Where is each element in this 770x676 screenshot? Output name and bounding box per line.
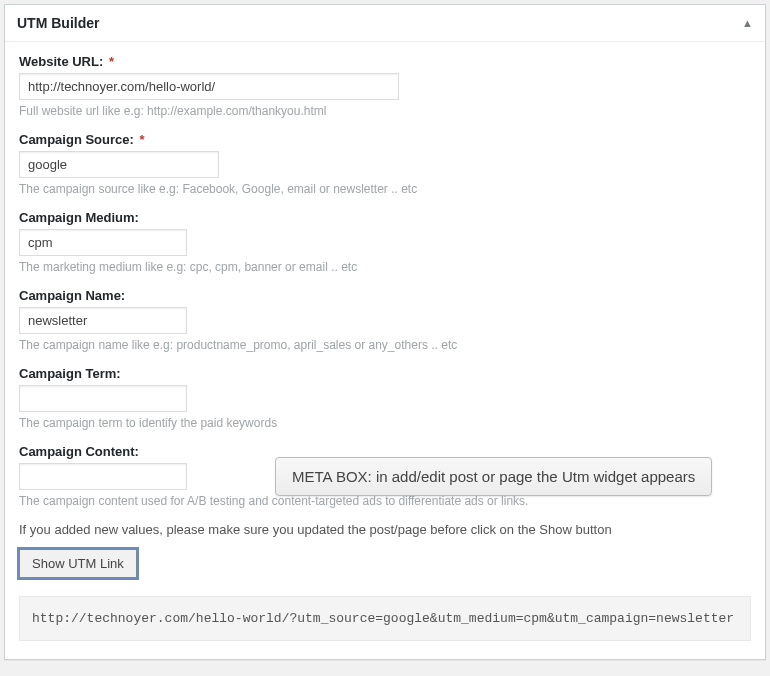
collapse-toggle-icon[interactable]: ▲ — [742, 17, 753, 29]
update-note: If you added new values, please make sur… — [19, 522, 751, 537]
hint-website-url: Full website url like e.g: http://exampl… — [19, 104, 751, 118]
label-website-url: Website URL: * — [19, 54, 751, 69]
input-campaign-source[interactable] — [19, 151, 219, 178]
result-url-box: http://technoyer.com/hello-world/?utm_so… — [19, 596, 751, 641]
metabox-title: UTM Builder — [17, 15, 99, 31]
metabox-body: Website URL: * Full website url like e.g… — [5, 42, 765, 659]
hint-campaign-medium: The marketing medium like e.g: cpc, cpm,… — [19, 260, 751, 274]
label-campaign-term: Campaign Term: — [19, 366, 751, 381]
hint-campaign-name: The campaign name like e.g: productname_… — [19, 338, 751, 352]
input-campaign-medium[interactable] — [19, 229, 187, 256]
hint-campaign-content: The campaign content used for A/B testin… — [19, 494, 751, 508]
required-marker: * — [139, 132, 144, 147]
input-campaign-name[interactable] — [19, 307, 187, 334]
label-campaign-medium: Campaign Medium: — [19, 210, 751, 225]
input-campaign-term[interactable] — [19, 385, 187, 412]
hint-campaign-source: The campaign source like e.g: Facebook, … — [19, 182, 751, 196]
input-website-url[interactable] — [19, 73, 399, 100]
field-website-url: Website URL: * Full website url like e.g… — [19, 54, 751, 118]
field-campaign-term: Campaign Term: The campaign term to iden… — [19, 366, 751, 430]
show-utm-link-button[interactable]: Show UTM Link — [19, 549, 137, 578]
hint-campaign-term: The campaign term to identify the paid k… — [19, 416, 751, 430]
field-campaign-source: Campaign Source: * The campaign source l… — [19, 132, 751, 196]
field-campaign-name: Campaign Name: The campaign name like e.… — [19, 288, 751, 352]
meta-box-callout: META BOX: in add/edit post or page the U… — [275, 457, 712, 496]
input-campaign-content[interactable] — [19, 463, 187, 490]
label-campaign-source: Campaign Source: * — [19, 132, 751, 147]
required-marker: * — [109, 54, 114, 69]
utm-builder-metabox: UTM Builder ▲ Website URL: * Full websit… — [4, 4, 766, 660]
label-campaign-name: Campaign Name: — [19, 288, 751, 303]
field-campaign-medium: Campaign Medium: The marketing medium li… — [19, 210, 751, 274]
metabox-header: UTM Builder ▲ — [5, 5, 765, 42]
